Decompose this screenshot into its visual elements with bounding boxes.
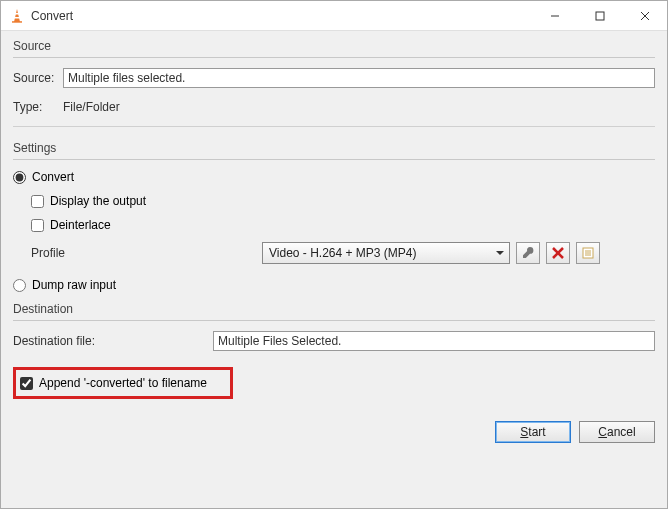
- svg-rect-2: [14, 17, 20, 19]
- display-output-checkbox[interactable]: [31, 195, 44, 208]
- source-label: Source:: [13, 71, 63, 85]
- deinterlace-checkbox[interactable]: [31, 219, 44, 232]
- wrench-icon: [521, 246, 535, 260]
- dump-raw-label: Dump raw input: [32, 278, 116, 292]
- destination-file-label: Destination file:: [13, 334, 213, 348]
- display-output-label: Display the output: [50, 194, 146, 208]
- profile-select[interactable]: Video - H.264 + MP3 (MP4): [262, 242, 510, 264]
- svg-rect-3: [12, 21, 22, 23]
- source-input[interactable]: [63, 68, 655, 88]
- new-profile-icon: [581, 246, 595, 260]
- convert-radio-row[interactable]: Convert: [13, 170, 655, 184]
- divider: [13, 126, 655, 127]
- svg-marker-0: [14, 9, 20, 22]
- profile-label: Profile: [31, 246, 256, 260]
- destination-group-label: Destination: [13, 302, 655, 318]
- annotation-highlight: Append '-converted' to filename: [13, 367, 233, 399]
- titlebar: Convert: [1, 1, 667, 31]
- destination-group: Destination Destination file: Append '-c…: [13, 302, 655, 399]
- maximize-button[interactable]: [577, 1, 622, 31]
- type-value: File/Folder: [63, 100, 120, 114]
- source-group: Source Source: Type: File/Folder: [13, 39, 655, 127]
- minimize-button[interactable]: [532, 1, 577, 31]
- dump-raw-row[interactable]: Dump raw input: [13, 278, 655, 292]
- delete-profile-button[interactable]: [546, 242, 570, 264]
- divider: [13, 320, 655, 321]
- deinterlace-label: Deinterlace: [50, 218, 111, 232]
- destination-file-input[interactable]: [213, 331, 655, 351]
- append-converted-checkbox[interactable]: [20, 377, 33, 390]
- vlc-cone-icon: [9, 8, 25, 24]
- settings-group: Settings Convert Display the output Dein…: [13, 141, 655, 292]
- convert-radio-label: Convert: [32, 170, 74, 184]
- svg-rect-5: [596, 12, 604, 20]
- display-output-row[interactable]: Display the output: [31, 194, 655, 208]
- delete-x-icon: [551, 246, 565, 260]
- profile-select-value: Video - H.264 + MP3 (MP4): [269, 246, 417, 260]
- dump-raw-radio[interactable]: [13, 279, 26, 292]
- type-label: Type:: [13, 100, 63, 114]
- convert-radio[interactable]: [13, 171, 26, 184]
- settings-group-label: Settings: [13, 141, 655, 157]
- divider: [13, 159, 655, 160]
- source-group-label: Source: [13, 39, 655, 55]
- close-button[interactable]: [622, 1, 667, 31]
- deinterlace-row[interactable]: Deinterlace: [31, 218, 655, 232]
- start-button[interactable]: Start: [495, 421, 571, 443]
- svg-rect-1: [15, 13, 20, 15]
- divider: [13, 57, 655, 58]
- cancel-button[interactable]: Cancel: [579, 421, 655, 443]
- append-converted-label: Append '-converted' to filename: [39, 376, 207, 390]
- new-profile-button[interactable]: [576, 242, 600, 264]
- window-title: Convert: [31, 9, 73, 23]
- edit-profile-button[interactable]: [516, 242, 540, 264]
- dialog-footer: Start Cancel: [1, 419, 667, 451]
- append-converted-row[interactable]: Append '-converted' to filename: [20, 376, 222, 390]
